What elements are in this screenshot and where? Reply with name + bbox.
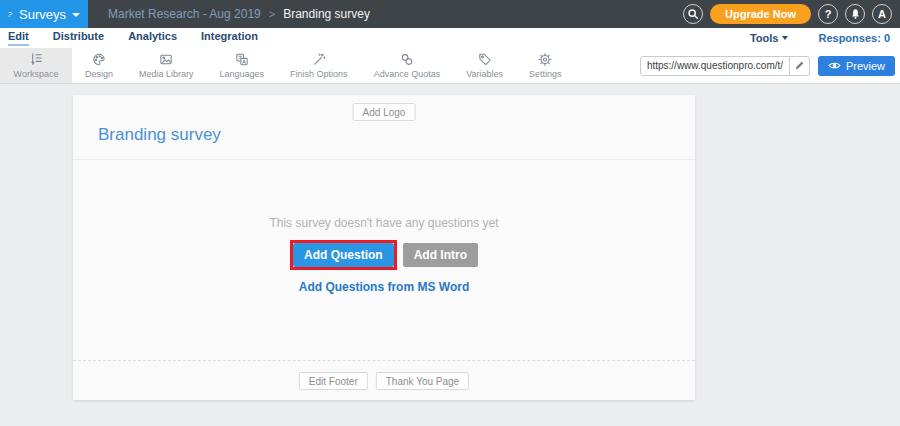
responses-label: Responses:: [818, 32, 880, 44]
question-actions: Add Question Add Intro: [290, 240, 478, 270]
bell-icon: [850, 8, 861, 20]
toolbar-right: Preview: [640, 48, 900, 83]
tabbar-right: Tools Responses: 0: [750, 32, 890, 44]
tools-menu[interactable]: Tools: [750, 32, 789, 44]
eye-icon: [828, 61, 841, 70]
survey-url-box: [640, 56, 810, 76]
toolbar-item-label: Design: [85, 69, 113, 79]
toolbar-item-finish-options[interactable]: Finish Options: [277, 48, 361, 83]
title-divider: [73, 159, 695, 160]
breadcrumb-current: Branding survey: [283, 7, 370, 21]
edit-url-button[interactable]: [789, 56, 809, 76]
edit-footer-button[interactable]: Edit Footer: [299, 372, 368, 390]
tag-icon: [477, 52, 493, 67]
toolbar-item-media-library[interactable]: Media Library: [126, 48, 207, 83]
breadcrumb-parent[interactable]: Market Research - Aug 2019: [108, 7, 261, 21]
survey-url-input[interactable]: [641, 57, 789, 75]
toolbar-item-label: Variables: [466, 69, 503, 79]
avatar-initial: A: [878, 8, 886, 20]
responses-counter[interactable]: Responses: 0: [818, 32, 890, 44]
editor-toolbar: Workspace Design Media Library: [0, 48, 900, 84]
translate-icon: [234, 52, 250, 67]
chain-icon: [399, 52, 415, 67]
preview-button-label: Preview: [846, 60, 885, 72]
breadcrumb-separator: >: [269, 8, 275, 20]
toolbar-item-advance-quotas[interactable]: Advance Quotas: [361, 48, 454, 83]
section-tabs: Edit Distribute Analytics Integration: [8, 30, 258, 46]
footer-actions: Edit Footer Thank You Page: [299, 372, 469, 390]
tab-analytics[interactable]: Analytics: [128, 30, 177, 46]
chevron-down-icon: [782, 36, 788, 40]
tab-distribute[interactable]: Distribute: [53, 30, 104, 46]
topbar-actions: Upgrade Now ? A: [683, 4, 900, 24]
main-content: Add Logo Branding survey This survey doe…: [0, 84, 900, 426]
app-menu-label: Surveys: [19, 7, 66, 22]
search-button[interactable]: [683, 4, 703, 24]
tools-menu-label: Tools: [750, 32, 779, 44]
notifications-button[interactable]: [845, 4, 865, 24]
chevron-down-icon: [72, 13, 80, 17]
wand-icon: [311, 52, 327, 67]
toolbar-item-settings[interactable]: Settings: [516, 48, 575, 83]
toolbar-item-workspace[interactable]: Workspace: [0, 48, 72, 83]
breadcrumb: Market Research - Aug 2019 > Branding su…: [108, 7, 370, 21]
questionpro-survey-editor: Surveys Market Research - Aug 2019 > Bra…: [0, 0, 900, 426]
empty-survey-message: This survey doesn't have any questions y…: [73, 216, 695, 230]
section-tab-bar: Edit Distribute Analytics Integration To…: [0, 28, 900, 48]
annotation-highlight-box: Add Question: [290, 240, 397, 270]
thank-you-page-button[interactable]: Thank You Page: [376, 372, 469, 390]
toolbar-item-label: Settings: [529, 69, 562, 79]
responses-count: 0: [884, 32, 890, 44]
gear-icon: [537, 52, 553, 67]
account-avatar[interactable]: A: [872, 4, 892, 24]
help-button[interactable]: ?: [818, 4, 838, 24]
workspace-icon: [28, 52, 44, 67]
toolbar-item-variables[interactable]: Variables: [453, 48, 516, 83]
image-icon: [158, 52, 174, 67]
toolbar-item-label: Finish Options: [290, 69, 348, 79]
add-question-button[interactable]: Add Question: [293, 243, 394, 267]
tab-integration[interactable]: Integration: [201, 30, 258, 46]
toolbar-item-label: Workspace: [14, 69, 59, 79]
palette-icon: [91, 52, 107, 67]
tab-edit[interactable]: Edit: [8, 30, 29, 46]
surveys-app-menu[interactable]: Surveys: [0, 0, 88, 28]
questionpro-logo-icon: [8, 6, 13, 23]
add-questions-ms-word-link[interactable]: Add Questions from MS Word: [73, 280, 695, 294]
survey-card: Add Logo Branding survey This survey doe…: [73, 95, 695, 400]
search-icon: [687, 8, 699, 20]
upgrade-now-button[interactable]: Upgrade Now: [710, 4, 811, 24]
add-intro-button[interactable]: Add Intro: [403, 243, 478, 267]
toolbar-item-label: Media Library: [139, 69, 194, 79]
top-bar: Surveys Market Research - Aug 2019 > Bra…: [0, 0, 900, 28]
toolbar-item-languages[interactable]: Languages: [207, 48, 278, 83]
question-mark-icon: ?: [825, 8, 832, 20]
toolbar-item-label: Languages: [220, 69, 265, 79]
survey-title[interactable]: Branding survey: [98, 125, 221, 145]
add-logo-button[interactable]: Add Logo: [353, 103, 416, 121]
toolbar-item-design[interactable]: Design: [72, 48, 126, 83]
footer-divider: [73, 360, 695, 361]
toolbar-item-label: Advance Quotas: [374, 69, 441, 79]
pencil-icon: [794, 60, 805, 71]
preview-button[interactable]: Preview: [818, 56, 895, 76]
